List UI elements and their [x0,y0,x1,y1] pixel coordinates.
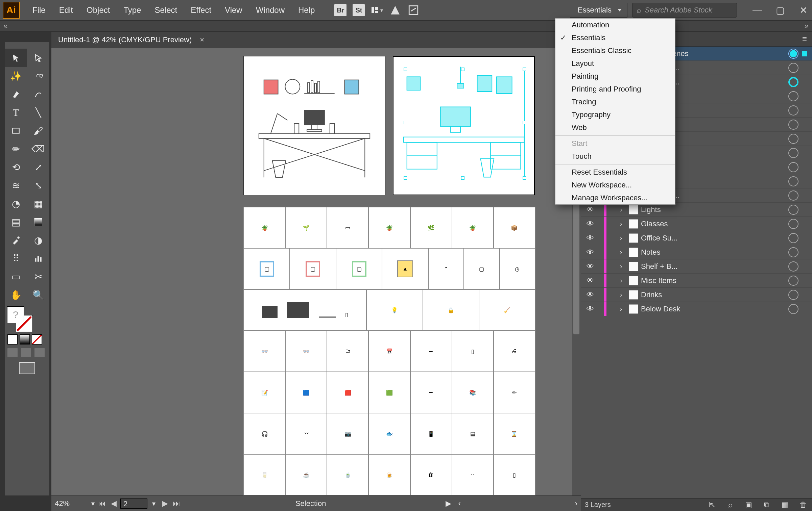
magic-wand-tool[interactable]: ✨ [5,67,27,85]
layer-target-icon[interactable] [788,219,798,229]
screen-mode-button[interactable] [19,362,35,374]
workspace-menu-item[interactable]: Typography [555,108,675,121]
collapse-right-icon[interactable]: » [805,22,809,30]
gradient-mode-button[interactable] [20,334,30,344]
width-tool[interactable]: ≋ [5,176,27,195]
collapse-left-icon[interactable]: « [3,22,7,30]
window-maximize-button[interactable]: ▢ [774,5,786,16]
menu-file[interactable]: File [26,3,52,17]
draw-inside-button[interactable] [34,348,45,357]
layer-target-icon[interactable] [788,304,798,314]
artboard-tool[interactable]: ▭ [5,267,27,286]
clip-mask-icon[interactable]: ▣ [744,501,753,509]
eyedropper-tool[interactable] [5,231,27,249]
paintbrush-tool[interactable]: 🖌 [27,122,49,140]
column-graph-tool[interactable] [27,249,49,267]
layer-name[interactable]: Below Desk [641,305,787,313]
stock-icon[interactable]: St [353,4,365,16]
layer-visibility-toggle[interactable]: 👁 [581,205,600,214]
menu-type[interactable]: Type [117,3,147,17]
layer-target-icon[interactable] [788,120,798,130]
new-layer-icon[interactable]: ▦ [780,501,790,509]
workspace-menu-item[interactable]: Manage Workspaces... [555,191,675,204]
layer-target-icon[interactable] [788,176,798,186]
symbol-sprayer-tool[interactable]: ⠿ [5,249,27,267]
layer-target-icon[interactable] [788,290,798,300]
layer-name[interactable]: Misc Items [641,276,787,285]
menu-window[interactable]: Window [250,3,291,17]
workspace-menu-item[interactable]: Web [555,121,675,134]
prev-artboard-button[interactable]: ◀ [109,499,118,508]
perspective-grid-tool[interactable]: ▦ [27,195,49,213]
menu-view[interactable]: View [219,3,248,17]
layer-name[interactable]: Glasses [641,220,787,228]
layer-row[interactable]: 👁›Drinks [581,288,812,302]
locate-object-icon[interactable]: ⇱ [707,501,717,509]
layer-target-icon[interactable] [788,77,798,87]
artboard-number-field[interactable]: 2 [120,499,147,509]
layer-visibility-toggle[interactable]: 👁 [581,262,600,271]
direct-selection-tool[interactable] [27,49,49,67]
layer-target-icon[interactable] [788,49,798,59]
layer-row[interactable]: 👁›Misc Items [581,274,812,288]
first-artboard-button[interactable]: ⏮ [97,499,107,508]
chevron-right-icon[interactable]: › [616,234,626,242]
free-transform-tool[interactable]: ⤡ [27,176,49,195]
layer-row[interactable]: 👁›Notes [581,245,812,259]
workspace-menu-item[interactable]: New Workspace... [555,179,675,191]
fill-swatch[interactable]: ? [7,307,24,323]
status-resizer-icon[interactable]: ▶ [446,499,451,508]
zoom-display[interactable]: 42% [55,499,89,508]
none-mode-button[interactable] [32,334,42,344]
eraser-tool[interactable]: ⌫ [27,140,49,158]
layer-target-icon[interactable] [788,205,798,215]
layer-target-icon[interactable] [788,247,798,257]
layer-target-icon[interactable] [788,91,798,101]
layer-row[interactable]: 👁›Lights [581,203,812,217]
layer-visibility-toggle[interactable]: 👁 [581,248,600,257]
workspace-menu-item[interactable]: Automation [555,19,675,31]
workspace-menu-item[interactable]: Essentials Classic [555,44,675,57]
chevron-right-icon[interactable]: › [616,206,626,213]
document-tab[interactable]: Untitled-1 @ 42% (CMYK/GPU Preview) × [58,35,206,44]
layer-name[interactable]: Lights [641,205,787,214]
delete-layer-icon[interactable]: 🗑 [798,501,808,509]
selection-tool[interactable] [5,49,27,67]
arrange-documents-icon[interactable]: ▾ [371,4,383,16]
shape-builder-tool[interactable]: ◔ [5,195,27,213]
window-minimize-button[interactable]: — [751,5,763,16]
new-sublayer-icon[interactable]: ⧉ [762,501,771,509]
layer-visibility-toggle[interactable]: 👁 [581,305,600,313]
layer-name[interactable]: Office Su... [641,234,787,242]
zoom-tool[interactable]: 🔍 [27,286,49,304]
panel-menu-icon[interactable]: ≡ [797,34,812,46]
menu-object[interactable]: Object [80,3,116,17]
last-artboard-button[interactable]: ⏭ [172,499,181,508]
layer-visibility-toggle[interactable]: 👁 [581,234,600,242]
document-tab-close[interactable]: × [198,35,206,44]
color-mode-button[interactable] [7,334,18,344]
workspace-menu-item[interactable]: Layout [555,57,675,70]
layer-name[interactable]: Notes [641,248,787,257]
layer-target-icon[interactable] [788,276,798,286]
menu-effect[interactable]: Effect [185,3,217,17]
chevron-right-icon[interactable]: › [616,220,626,228]
layer-target-icon[interactable] [788,162,798,172]
tools-panel-grip[interactable] [5,42,49,49]
chevron-right-icon[interactable]: › [616,277,626,284]
draw-behind-button[interactable] [21,348,31,357]
gpu-icon[interactable] [389,4,401,16]
menu-edit[interactable]: Edit [53,3,79,17]
workspace-menu-item[interactable]: Touch [555,150,675,163]
layer-target-icon[interactable] [788,261,798,272]
chevron-right-icon[interactable]: › [616,262,626,270]
line-segment-tool[interactable]: ╲ [27,103,49,122]
layer-visibility-toggle[interactable]: 👁 [581,290,600,299]
mesh-tool[interactable]: ▤ [5,213,27,231]
next-artboard-button[interactable]: ▶ [160,499,170,508]
layer-target-icon[interactable] [788,63,798,73]
layer-target-icon[interactable] [788,233,798,243]
layer-name[interactable]: Shelf + B... [641,262,787,271]
lasso-tool[interactable]: ꩠ [27,67,49,85]
layer-target-icon[interactable] [788,105,798,116]
